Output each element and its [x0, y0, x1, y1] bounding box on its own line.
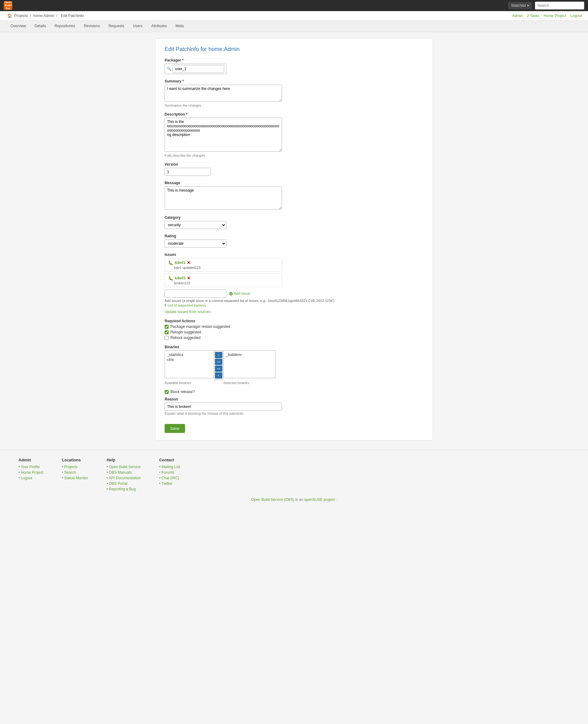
- footer-locations: Locations Projects Search Status Monitor: [62, 458, 88, 492]
- nav-right: Watchlist ▾: [508, 2, 584, 9]
- obs-manuals-link[interactable]: OBS Manuals: [109, 470, 132, 475]
- search-input[interactable]: [535, 2, 584, 9]
- action-row: Reboot suggested: [165, 336, 423, 340]
- version-group: Version: [165, 162, 423, 176]
- move-left-button[interactable]: <: [215, 373, 222, 379]
- description-hint: Fully describe the changes: [165, 154, 423, 157]
- tab-users[interactable]: Users: [128, 21, 147, 32]
- nav-tasks[interactable]: 2 Tasks: [527, 14, 539, 18]
- category-select[interactable]: security recommended optional feature: [165, 221, 226, 229]
- logo: OpenBuildSvc: [4, 1, 12, 10]
- binaries-label: Binaries: [165, 345, 423, 349]
- tab-details[interactable]: Details: [30, 21, 50, 32]
- action-row: Package manager restart suggested: [165, 324, 423, 329]
- reason-group: Reason Explain what is blocking the rele…: [165, 397, 423, 415]
- binaries-labels: Available binaries Selected binaries: [165, 381, 282, 385]
- breadcrumb-bar: 🏠 Projects / home:Admin / Edit Patchinfo…: [0, 11, 588, 21]
- issue-desc: kde1 updated123: [168, 266, 278, 269]
- move-all-right-button[interactable]: >>: [215, 359, 222, 365]
- tab-meta[interactable]: Meta: [171, 21, 188, 32]
- breadcrumb-home-admin[interactable]: home:Admin: [33, 14, 54, 18]
- irc-link[interactable]: Chat (IRC): [162, 476, 179, 480]
- relogin-checkbox[interactable]: [165, 330, 169, 334]
- block-release-row: Block release?: [165, 390, 423, 394]
- breadcrumb-projects[interactable]: Projects: [14, 14, 27, 18]
- obs-portal-link[interactable]: OBS Portal: [109, 481, 128, 486]
- tab-repositories[interactable]: Repositories: [50, 21, 80, 32]
- logout-link[interactable]: Logout: [21, 476, 33, 480]
- issue-remove-button[interactable]: ✕: [187, 276, 191, 281]
- update-issues-link[interactable]: Update issues from sources: [165, 309, 423, 314]
- summary-textarea[interactable]: I want to summarize the changes here: [165, 85, 282, 102]
- mailing-list-link[interactable]: Mailing List: [162, 465, 180, 469]
- footer-locations-title: Locations: [62, 458, 88, 462]
- binaries-group: Binaries _statistics ctris > >> << < _bu…: [165, 345, 423, 385]
- reason-hint: Explain what is blocking the release of …: [165, 411, 423, 415]
- obs-link[interactable]: Open Build Service: [109, 465, 141, 469]
- description-label: Description *: [165, 112, 423, 117]
- your-profile-link[interactable]: Your Profile: [21, 465, 40, 469]
- footer-columns: Admin Your Profile Home Project Logout L…: [19, 458, 569, 492]
- tab-overview[interactable]: Overview: [6, 21, 30, 32]
- footer-admin-links: Your Profile Home Project Logout: [19, 465, 43, 480]
- nav-left: OpenBuildSvc: [4, 1, 12, 10]
- block-release-checkbox[interactable]: [165, 390, 169, 394]
- list-item: Mailing List: [159, 465, 180, 469]
- api-docs-link[interactable]: API Documentation: [109, 476, 141, 480]
- issue-remove-button[interactable]: ✕: [187, 260, 191, 265]
- rating-select[interactable]: low moderate important critical: [165, 240, 226, 247]
- reporting-bug-link[interactable]: Reporting a Bug: [109, 487, 136, 491]
- summary-label: Summary *: [165, 79, 423, 83]
- nav-home-project[interactable]: Home Project: [544, 14, 566, 18]
- reason-input[interactable]: [165, 403, 282, 411]
- pkg-restart-checkbox[interactable]: [165, 325, 169, 329]
- forums-link[interactable]: Forums: [162, 470, 174, 475]
- pkg-restart-label: Package manager restart suggested: [170, 324, 230, 329]
- supported-trackers-link[interactable]: ℹ List of supported trackers: [165, 303, 423, 307]
- breadcrumb-links: Admin 2 Tasks Home Project Logout: [512, 14, 582, 18]
- reboot-checkbox[interactable]: [165, 336, 169, 340]
- add-issue-button[interactable]: ⊕ Add issue: [229, 291, 250, 297]
- bug-icon: 🐛: [168, 276, 173, 281]
- description-textarea[interactable]: This is the looooooooooooooooooooooooooo…: [165, 118, 282, 152]
- message-group: Message This is message: [165, 181, 423, 210]
- status-monitor-link[interactable]: Status Monitor: [64, 476, 88, 480]
- tab-requests[interactable]: Requests: [104, 21, 128, 32]
- category-label: Category: [165, 215, 423, 220]
- twitter-link[interactable]: Twitter: [162, 481, 172, 486]
- save-button[interactable]: Save: [165, 424, 185, 433]
- tab-revisions[interactable]: Revisions: [79, 21, 104, 32]
- message-textarea[interactable]: This is message: [165, 186, 282, 209]
- footer-contact-links: Mailing List Forums Chat (IRC) Twitter: [159, 465, 180, 486]
- opensuse-link[interactable]: openSUSE project: [304, 498, 335, 502]
- list-item: API Documentation: [107, 476, 141, 480]
- issue-link[interactable]: kde#1: [175, 261, 185, 265]
- list-item: Search: [62, 470, 88, 475]
- required-actions-group: Required Actions Package manager restart…: [165, 319, 423, 340]
- issue-link[interactable]: kde#3: [175, 276, 185, 280]
- tab-attributes[interactable]: Attributes: [147, 21, 171, 32]
- nav-logout[interactable]: Logout: [570, 14, 582, 18]
- nav-admin[interactable]: Admin: [512, 14, 523, 18]
- required-actions-label: Required Actions: [165, 319, 423, 323]
- move-right-button[interactable]: >: [215, 352, 222, 358]
- move-all-left-button[interactable]: <<: [215, 365, 222, 372]
- add-issue-input[interactable]: [165, 289, 226, 298]
- home-project-link[interactable]: Home Project: [21, 470, 44, 475]
- version-input[interactable]: [165, 168, 211, 176]
- action-row: Relogin suggested: [165, 330, 423, 334]
- footer-admin: Admin Your Profile Home Project Logout: [19, 458, 43, 492]
- search-link[interactable]: Search: [64, 470, 76, 475]
- issue-desc: broken123: [168, 281, 278, 285]
- relogin-label: Relogin suggested: [170, 330, 201, 334]
- watchlist-button[interactable]: Watchlist ▾: [508, 2, 532, 9]
- category-group: Category security recommended optional f…: [165, 215, 423, 229]
- projects-link[interactable]: Projects: [64, 465, 78, 469]
- binary-item: ctris: [166, 357, 212, 362]
- logo-text: OpenBuildSvc: [4, 1, 12, 10]
- packager-input[interactable]: [173, 65, 224, 73]
- issues-group: Issues 🐛 kde#1 ✕ kde1 updated123 🐛 kde#3…: [165, 253, 423, 314]
- rating-label: Rating: [165, 234, 423, 238]
- issue-item: 🐛 kde#3 ✕ broken123: [165, 274, 282, 287]
- obs-footer-link[interactable]: Open Build Service (OBS): [251, 498, 294, 502]
